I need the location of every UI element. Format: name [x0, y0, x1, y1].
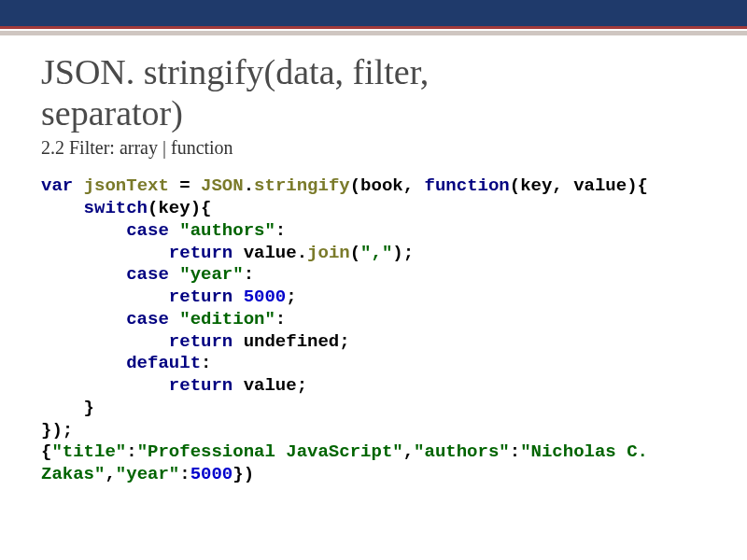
id-stringify: stringify: [254, 175, 350, 196]
out-year-key: "year": [116, 464, 179, 484]
kw-return: return: [169, 331, 233, 352]
str-year: "year": [179, 264, 243, 285]
title-line-1: JSON. stringify(data, filter,: [41, 52, 429, 91]
accent-line-red: [0, 26, 747, 29]
kw-case: case: [126, 309, 169, 329]
header-bar: [0, 0, 747, 26]
num-5000: 5000: [244, 287, 287, 307]
kw-return: return: [169, 243, 233, 263]
out-year-val: 5000: [190, 464, 233, 484]
out-zakas: Zakas": [41, 464, 105, 484]
kw-switch: switch: [84, 198, 148, 218]
kw-function: function: [425, 175, 510, 196]
kw-case: case: [126, 220, 169, 241]
code-block: var jsonText = JSON.stringify(book, func…: [41, 175, 710, 486]
out-authors-val: "Nicholas C.: [520, 441, 658, 462]
id-jsontext: jsonText: [84, 175, 169, 196]
slide-content: JSON. stringify(data, filter, separator)…: [0, 35, 747, 486]
slide-subtitle: 2.2 Filter: array | function: [41, 137, 710, 159]
id-json: JSON: [201, 175, 244, 196]
slide-title: JSON. stringify(data, filter, separator): [41, 52, 710, 133]
kw-default: default: [126, 353, 201, 373]
id-join: join: [307, 243, 350, 263]
str-edition: "edition": [179, 309, 275, 329]
kw-return: return: [169, 287, 233, 307]
kw-var: var: [41, 175, 73, 196]
out-authors-key: "authors": [414, 441, 510, 462]
kw-case: case: [126, 264, 169, 285]
str-comma: ",": [360, 243, 392, 263]
kw-return: return: [169, 375, 233, 396]
str-authors: "authors": [179, 220, 275, 241]
title-line-2: separator): [41, 93, 183, 133]
out-title-val: "Professional JavaScript": [137, 441, 403, 462]
out-title-key: "title": [51, 441, 126, 462]
